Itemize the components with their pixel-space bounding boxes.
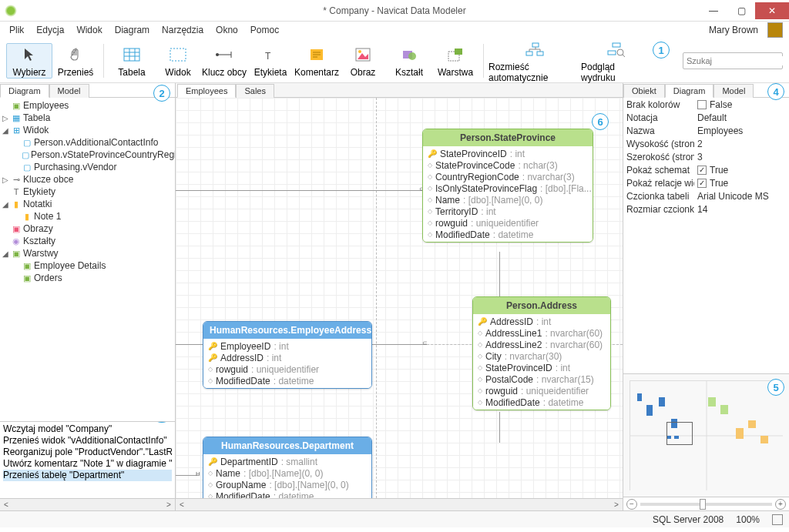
zoom-slider[interactable] — [640, 503, 772, 506]
field-row[interactable]: ◇rowguid: uniqueidentifier — [428, 217, 588, 229]
user-account[interactable]: Mary Brown — [703, 22, 786, 38]
scroll-right-icon[interactable]: > — [163, 500, 175, 509]
tab-model-right[interactable]: Model — [713, 84, 754, 98]
field-row[interactable]: ◇rowguid: uniqueidentifier — [208, 363, 367, 375]
tab-obiekt[interactable]: Obiekt — [623, 84, 665, 98]
tree-kluczeobce[interactable]: Klucze obce — [23, 174, 73, 185]
entity-address[interactable]: Person.Address 🔑AddressID: int◇AddressLi… — [472, 296, 611, 410]
prop-val[interactable]: 2 — [697, 139, 703, 149]
zoom-thumb[interactable] — [700, 499, 706, 510]
field-row[interactable]: ◇ModifiedDate: datetime — [428, 229, 588, 240]
field-row[interactable]: ◇rowguid: uniqueidentifier — [478, 385, 606, 396]
maximize-button[interactable]: ▢ — [727, 2, 755, 19]
history-row[interactable]: Przenieś widok "vAdditionalContactInfo" — [3, 435, 172, 447]
tab-employees[interactable]: Employees — [177, 84, 236, 98]
field-row[interactable]: ◇Name: [dbo].[Name](0, 0) — [428, 194, 588, 206]
scroll-left-icon[interactable]: < — [0, 500, 12, 509]
collapse-icon[interactable]: ◢ — [2, 126, 9, 135]
tree-w1[interactable]: Employee Details — [34, 260, 106, 271]
scroll-right-icon[interactable]: > — [610, 500, 623, 509]
tab-sales[interactable]: Sales — [236, 84, 274, 98]
tool-autolayout[interactable]: Rozmieść automatycznie — [489, 38, 581, 83]
tool-fk[interactable]: Klucz obcy — [201, 44, 247, 78]
prop-val[interactable]: 3 — [697, 152, 703, 162]
field-row[interactable]: ◇City: nvarchar(30) — [478, 350, 606, 362]
tree-ksztalty[interactable]: Kształty — [23, 236, 55, 246]
close-button[interactable]: ✕ — [755, 2, 789, 19]
tree-widok[interactable]: Widok — [23, 125, 49, 136]
menu-diagram[interactable]: Diagram — [109, 23, 156, 37]
field-row[interactable]: ◇TerritoryID: int — [428, 206, 588, 217]
collapse-icon[interactable]: ◢ — [2, 200, 9, 209]
history-row[interactable]: Utwórz komentarz "Note 1" w diagramie "E… — [3, 458, 172, 470]
field-row[interactable]: ◇StateProvinceID: int — [478, 362, 606, 373]
prop-val[interactable]: Arial Unicode MS — [697, 191, 769, 202]
tree-tabela[interactable]: Tabela — [23, 112, 50, 123]
tool-move[interactable]: Przenieś — [52, 44, 99, 78]
tool-table[interactable]: Tabela — [109, 44, 155, 78]
field-row[interactable]: ◇PostalCode: nvarchar(15) — [478, 373, 606, 385]
tool-view[interactable]: Widok — [155, 44, 201, 78]
entity-stateprovince[interactable]: Person.StateProvince 🔑StateProvinceID: i… — [422, 129, 593, 243]
prop-val[interactable]: Default — [697, 112, 727, 123]
field-row[interactable]: 🔑StateProvinceID: int — [428, 148, 588, 159]
field-row[interactable]: ◇ModifiedDate: datetime — [478, 396, 606, 408]
menu-tools[interactable]: Narzędzia — [156, 23, 210, 37]
tool-layer[interactable]: Warstwa — [432, 44, 478, 78]
tree-etykiety[interactable]: Etykiety — [23, 186, 55, 197]
minimap[interactable]: 5 — [623, 373, 789, 497]
entity-empaddr[interactable]: HumanResources.EmployeeAddress 🔑Employee… — [203, 321, 372, 389]
status-square-icon[interactable] — [772, 514, 783, 525]
tab-model-left[interactable]: Model — [49, 84, 89, 98]
expand-icon[interactable]: ▷ — [2, 176, 9, 184]
tab-diagram-left[interactable]: Diagram — [0, 84, 49, 98]
prop-val[interactable]: True — [710, 178, 728, 189]
field-row[interactable]: ◇AddressLine2: nvarchar(60) — [478, 339, 606, 350]
field-row[interactable]: ◇StateProvinceCode: nchar(3) — [428, 159, 588, 171]
tool-shape[interactable]: Kształt — [386, 44, 432, 78]
properties-grid[interactable]: Brak kolorówFalse NotacjaDefault NazwaEm… — [623, 98, 789, 373]
history-row[interactable]: Reorganizuj pole "ProductVendor"."LastRe… — [3, 447, 172, 458]
tree-v2[interactable]: Person.vStateProvinceCountryRegic — [31, 149, 175, 160]
field-row[interactable]: ◇IsOnlyStateProvinceFlag: [dbo].[Fla... — [428, 182, 588, 194]
tool-printpreview[interactable]: Podgląd wydruku — [581, 38, 650, 83]
entity-dept[interactable]: HumanResources.Department 🔑DepartmentID:… — [203, 437, 372, 498]
field-row[interactable]: ◇ModifiedDate: datetime — [208, 490, 367, 498]
menu-edit[interactable]: Edycja — [30, 23, 70, 37]
checkbox-icon[interactable]: ✓ — [697, 179, 707, 188]
field-row[interactable]: ◇CountryRegionCode: nvarchar(3) — [428, 171, 588, 182]
prop-val[interactable]: 14 — [697, 204, 707, 215]
collapse-icon[interactable]: ◢ — [2, 249, 9, 258]
left-hscroll[interactable]: < > — [0, 498, 175, 510]
field-row[interactable]: 🔑AddressID: int — [478, 316, 606, 327]
field-row[interactable]: ◇ModifiedDate: datetime — [208, 375, 367, 386]
tree-v1[interactable]: Person.vAdditionalContactInfo — [34, 137, 158, 148]
tool-label[interactable]: T Etykieta — [247, 44, 294, 78]
field-row[interactable]: 🔑DepartmentID: smallint — [208, 456, 367, 467]
prop-val[interactable]: True — [710, 165, 728, 176]
checkbox-icon[interactable]: ✓ — [697, 166, 707, 175]
history-row[interactable]: Wczytaj model "Company" — [3, 423, 172, 435]
scroll-left-icon[interactable]: < — [176, 500, 188, 509]
prop-val[interactable]: False — [710, 99, 732, 110]
tree-notatki[interactable]: Notatki — [23, 199, 52, 209]
expand-icon[interactable]: ▷ — [2, 114, 9, 122]
prop-val[interactable]: Employees — [697, 125, 743, 136]
tree-warstwy[interactable]: Warstwy — [23, 248, 59, 259]
field-row[interactable]: 🔑EmployeeID: int — [208, 340, 367, 352]
tool-comment[interactable]: Komentarz — [294, 44, 340, 78]
object-tree[interactable]: ▣Employees ▷▦Tabela ◢⊞Widok ▢Person.vAdd… — [0, 98, 175, 421]
history-row[interactable]: Przenieś tabelę "Department" — [3, 470, 172, 481]
tree-v3[interactable]: Purchasing.vVendor — [34, 162, 116, 172]
menu-file[interactable]: Plik — [3, 23, 30, 37]
tree-obrazy[interactable]: Obrazy — [23, 223, 53, 234]
search-box[interactable]: 🔍 — [683, 52, 783, 69]
menu-help[interactable]: Pomoc — [244, 23, 285, 37]
zoom-in-button[interactable]: + — [775, 499, 786, 510]
canvas-hscroll[interactable]: < > — [176, 498, 623, 510]
field-row[interactable]: 🔑AddressID: int — [208, 352, 367, 363]
tree-note1[interactable]: Note 1 — [34, 211, 61, 222]
search-input[interactable] — [687, 56, 789, 65]
menu-view[interactable]: Widok — [70, 23, 108, 37]
field-row[interactable]: ◇GroupName: [dbo].[Name](0, 0) — [208, 479, 367, 490]
